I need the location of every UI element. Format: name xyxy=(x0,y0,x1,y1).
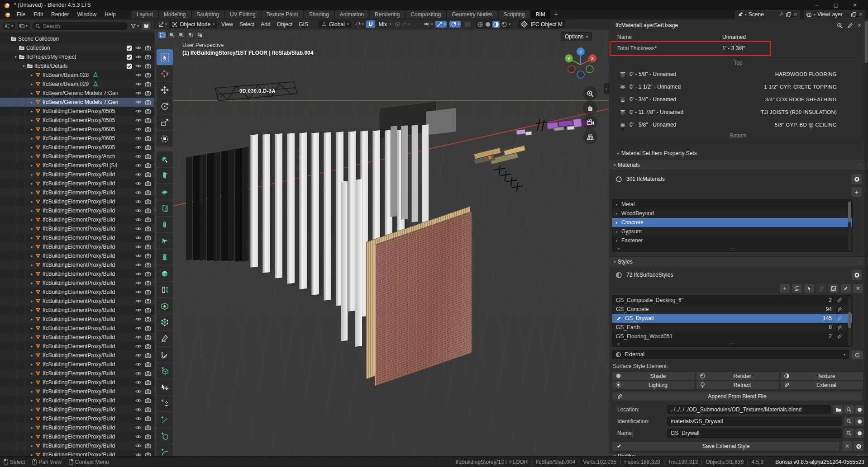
filter-button[interactable]: ▾ xyxy=(130,23,139,29)
camera-toggle-icon[interactable] xyxy=(145,153,151,160)
tool-bim-beam[interactable] xyxy=(157,249,173,265)
outliner-row[interactable]: ▸IfcBuildingElementProxy/0605 xyxy=(0,134,154,143)
tool-bim-structural[interactable] xyxy=(157,314,173,330)
new-viewlayer-icon[interactable] xyxy=(851,12,857,18)
camera-toggle-icon[interactable] xyxy=(145,352,151,359)
eye-icon[interactable] xyxy=(135,443,142,449)
eye-icon[interactable] xyxy=(135,307,142,313)
eye-toggle[interactable] xyxy=(135,153,142,160)
tool-bim-add-line[interactable] xyxy=(157,412,173,428)
expand-arrow[interactable]: ▸ xyxy=(616,212,618,216)
outliner-row[interactable]: ▸IfcBuildingElementProxy/Build xyxy=(0,215,154,224)
check-toggle[interactable] xyxy=(126,63,132,69)
paperclip-icon[interactable] xyxy=(836,334,842,340)
tool-bim-column[interactable] xyxy=(157,217,173,232)
expand-arrow[interactable]: ▸ xyxy=(29,344,35,349)
outliner-row[interactable]: Scene Collection xyxy=(0,34,154,43)
orthographic-button[interactable] xyxy=(583,130,597,144)
materials-section-header[interactable]: ▾ Materials :::: xyxy=(609,160,868,170)
eye-icon[interactable] xyxy=(135,189,142,196)
expand-arrow[interactable]: ▸ xyxy=(29,254,35,258)
camera-toggle-icon[interactable] xyxy=(145,280,151,286)
eye-toggle[interactable] xyxy=(135,253,142,259)
eye-toggle[interactable] xyxy=(135,397,142,404)
save-external-style-button[interactable]: ✔ Save External Style xyxy=(612,441,840,451)
viewport-menu-gis[interactable]: GIS xyxy=(296,20,311,28)
cam-toggle[interactable] xyxy=(145,208,151,214)
eye-toggle[interactable] xyxy=(135,271,142,277)
outliner-row[interactable]: ▸IfcBuildingElementProxy/Build xyxy=(0,197,154,206)
expand-arrow[interactable]: ▸ xyxy=(616,221,618,225)
refresh-style-button[interactable] xyxy=(851,350,863,360)
tab-uv-editing[interactable]: UV Editing xyxy=(225,10,261,19)
style-list-item[interactable]: GS_Flooring_Wood0512 xyxy=(612,332,852,341)
eye-toggle[interactable] xyxy=(135,208,142,214)
eye-toggle[interactable] xyxy=(135,162,142,169)
tool-bim-add-circle[interactable] xyxy=(157,428,173,444)
checkbox-icon[interactable] xyxy=(126,54,132,60)
eye-toggle[interactable] xyxy=(135,334,142,340)
outliner-row[interactable]: ▸IfcBuildingElementProxy/0605 xyxy=(0,125,154,134)
viewport-menu-add[interactable]: Add xyxy=(258,20,273,28)
cam-toggle[interactable] xyxy=(145,325,151,331)
eye-toggle[interactable] xyxy=(135,415,142,422)
close-button[interactable]: ✕ xyxy=(845,2,864,8)
orientation-selector[interactable]: Global ▾ xyxy=(319,20,352,28)
expand-arrow[interactable]: ▸ xyxy=(29,371,35,376)
outliner-row[interactable]: ▸IfcBuildingElementProxy/Build xyxy=(0,423,154,432)
menu-render[interactable]: Render xyxy=(47,10,73,19)
camera-toggle-icon[interactable] xyxy=(145,415,151,422)
surface-element-external-button[interactable]: External xyxy=(780,381,863,389)
cam-toggle[interactable] xyxy=(145,316,151,322)
camera-toggle-icon[interactable] xyxy=(145,406,151,413)
tool-tweak-select[interactable] xyxy=(157,49,173,65)
paperclip-icon[interactable] xyxy=(836,307,842,312)
eye-icon[interactable] xyxy=(135,334,142,340)
select-by-style-button[interactable] xyxy=(804,283,815,293)
cam-toggle[interactable] xyxy=(145,280,151,286)
menu-edit[interactable]: Edit xyxy=(29,10,47,19)
material-layer-row[interactable]: 0' - 1 1/2" - Unnamed1 1/2" GYP. CRETE T… xyxy=(613,80,863,93)
minimize-button[interactable]: ─ xyxy=(807,2,826,8)
style-preview-button[interactable] xyxy=(828,283,839,293)
expand-arrow[interactable]: ▸ xyxy=(29,290,35,294)
tab-rendering[interactable]: Rendering xyxy=(370,10,405,19)
outliner-row[interactable]: ▸IfcBuildingElementProxy/Build xyxy=(0,405,154,414)
eye-icon[interactable] xyxy=(135,280,142,286)
camera-toggle-icon[interactable] xyxy=(145,379,151,386)
cam-toggle[interactable] xyxy=(145,54,151,60)
eye-toggle[interactable] xyxy=(135,280,142,286)
expand-arrow[interactable]: ▸ xyxy=(29,434,35,439)
viewlayer-selector[interactable]: ▾ ViewLayer ✕ xyxy=(804,10,865,19)
cam-toggle[interactable] xyxy=(145,63,151,69)
outliner-row[interactable]: ▸IfcBuildingElementProxy/Build xyxy=(0,260,154,269)
expand-arrow[interactable]: ▸ xyxy=(29,398,35,403)
eye-toggle[interactable] xyxy=(135,425,142,431)
outliner-row[interactable]: ▸IfcBuildingElementProxy/Build xyxy=(0,188,154,197)
eye-icon[interactable] xyxy=(135,81,142,87)
outliner-row[interactable]: ▸IfcBuildingElementProxy/Build xyxy=(0,342,154,351)
eye-toggle[interactable] xyxy=(135,72,142,78)
cam-toggle[interactable] xyxy=(145,370,151,377)
cam-toggle[interactable] xyxy=(145,108,151,114)
camera-toggle-icon[interactable] xyxy=(145,180,151,187)
eye-icon[interactable] xyxy=(135,171,142,178)
eye-toggle[interactable] xyxy=(135,262,142,268)
eye-icon[interactable] xyxy=(135,425,142,431)
expand-arrow[interactable]: ▸ xyxy=(29,163,35,168)
expand-arrow[interactable]: ▸ xyxy=(29,91,35,95)
sidebar-collapse-arrow[interactable]: ‹ xyxy=(604,83,609,94)
camera-toggle-icon[interactable] xyxy=(145,271,151,277)
material-list-item[interactable]: ▸Metal xyxy=(612,200,852,209)
outliner-row[interactable]: ▸IfcBuildingElementProxy/Build xyxy=(0,179,154,188)
eye-icon[interactable] xyxy=(135,198,142,205)
camera-toggle-icon[interactable] xyxy=(145,126,151,132)
style-list-item[interactable]: GS_Earth8 xyxy=(612,323,852,332)
expand-arrow[interactable]: ▸ xyxy=(29,217,35,222)
cam-toggle[interactable] xyxy=(145,452,151,456)
camera-toggle-icon[interactable] xyxy=(145,325,151,331)
eye-icon[interactable] xyxy=(135,406,142,413)
tool-bim-stretch[interactable] xyxy=(157,282,173,297)
camera-toggle-icon[interactable] xyxy=(145,208,151,214)
camera-toggle-icon[interactable] xyxy=(145,81,151,87)
